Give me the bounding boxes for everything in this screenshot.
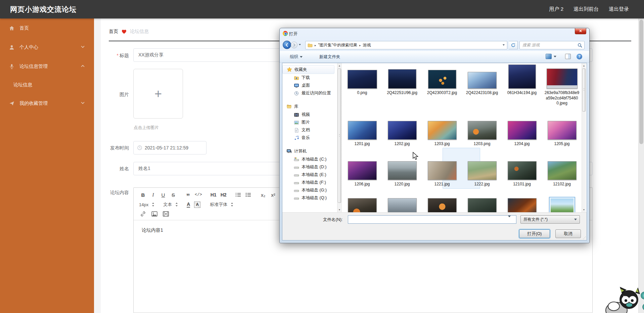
nav-item-disk-d[interactable]: 本地磁盘 (D:): [282, 163, 337, 171]
new-folder-button[interactable]: 新建文件夹: [319, 51, 340, 63]
font-family-select[interactable]: 标准字体: [210, 202, 233, 208]
nav-item-documents[interactable]: 文档: [282, 126, 337, 134]
file-item-12101.jpg[interactable]: 12101.jpg: [503, 159, 541, 187]
heading-2-button[interactable]: H2: [220, 191, 228, 199]
underline-button[interactable]: U: [159, 191, 167, 199]
subscript-button[interactable]: x₂: [259, 191, 267, 199]
filename-dropdown-icon[interactable]: [508, 216, 511, 217]
file-item-1202.jpg[interactable]: 1202.jpg: [383, 119, 421, 147]
italic-button[interactable]: I: [149, 191, 157, 199]
nav-item-recent-places[interactable]: 最近访问的位置: [282, 89, 337, 97]
file-item[interactable]: [343, 196, 381, 212]
topbar-logout[interactable]: 退出登录: [609, 6, 629, 12]
nav-scrollbar[interactable]: ▲ ▼: [337, 63, 341, 212]
sidebar-item-home[interactable]: 首页: [0, 18, 94, 38]
nav-item-disk-c[interactable]: 本地磁盘 (C:): [282, 155, 337, 163]
address-dropdown-icon[interactable]: [503, 44, 505, 46]
file-item-1206.jpg[interactable]: 1206.jpg: [343, 159, 381, 187]
ordered-list-button[interactable]: [234, 191, 242, 199]
nav-item-music[interactable]: 音乐: [282, 134, 337, 142]
strikethrough-button[interactable]: S: [169, 191, 177, 199]
file-item-2Q423003T2.jpg[interactable]: 2Q423003T2.jpg: [423, 64, 461, 106]
scroll-down-icon[interactable]: ▼: [582, 207, 586, 212]
sidebar-item-forum-info-management[interactable]: 论坛信息管理: [0, 57, 94, 76]
file-item[interactable]: [543, 196, 581, 212]
file-item-2Q422423108.jpg[interactable]: 2Q422423108.jpg: [463, 64, 501, 106]
background-color-button[interactable]: A: [194, 202, 200, 208]
file-item[interactable]: [423, 196, 461, 212]
close-button[interactable]: ✕: [575, 28, 586, 34]
publish-time-input[interactable]: 2021-05-17 21:12:59: [133, 141, 206, 154]
file-item-061H34c194.jpg[interactable]: 061H34c194.jpg: [503, 64, 541, 106]
address-crumb-games[interactable]: 游戏: [363, 42, 371, 48]
font-color-button[interactable]: A: [187, 202, 190, 208]
insert-link-button[interactable]: [139, 210, 147, 218]
cancel-button[interactable]: 取消: [555, 229, 581, 238]
files-scrollbar-thumb[interactable]: [582, 69, 586, 111]
file-item-1221.jpg[interactable]: 1221.jpg: [423, 159, 461, 187]
file-item-1203.jpg[interactable]: 1203.jpg: [423, 119, 461, 147]
file-item-1205.jpg[interactable]: 1205.jpg: [543, 119, 581, 147]
nav-item-favorites[interactable]: 收藏夹: [282, 65, 334, 74]
files-scrollbar[interactable]: ▲ ▼: [582, 63, 586, 212]
nav-item-videos[interactable]: 视频: [282, 111, 337, 119]
nav-item-pictures[interactable]: 图片: [282, 119, 337, 126]
filename-input[interactable]: [348, 215, 516, 224]
page-scrollbar-thumb[interactable]: [639, 20, 643, 144]
nav-item-libraries[interactable]: 库: [282, 102, 337, 111]
sidebar-item-personal-center[interactable]: 个人中心: [0, 38, 94, 57]
views-dropdown-icon[interactable]: [554, 56, 556, 57]
refresh-button[interactable]: [509, 41, 518, 49]
file-item[interactable]: [503, 196, 541, 212]
insert-video-button[interactable]: [162, 210, 170, 218]
image-upload-box[interactable]: +: [133, 69, 183, 119]
bold-button[interactable]: B: [139, 191, 147, 199]
sidebar-subitem-forum-info[interactable]: 论坛信息: [0, 76, 94, 94]
file-item-1203.png[interactable]: 1203.png: [463, 119, 501, 147]
address-crumb-search-results[interactable]: "图片集"中的搜索结果: [318, 42, 358, 48]
search-input[interactable]: 搜索 游戏: [519, 41, 585, 49]
scroll-up-icon[interactable]: ▲: [337, 63, 341, 68]
insert-image-button[interactable]: [150, 210, 158, 218]
scroll-down-icon[interactable]: ▼: [337, 207, 341, 212]
nav-item-disk-g[interactable]: 本地磁盘 (G:): [282, 186, 337, 194]
superscript-button[interactable]: x²: [269, 191, 277, 199]
blockquote-button[interactable]: ”: [184, 191, 192, 199]
search-icon[interactable]: [578, 43, 582, 48]
file-item-12102.jpg[interactable]: 12102.jpg: [543, 159, 581, 187]
views-button[interactable]: [546, 54, 552, 59]
nav-scrollbar-thumb[interactable]: [338, 69, 341, 203]
page-scrollbar[interactable]: [638, 18, 644, 313]
preview-pane-button[interactable]: [565, 54, 571, 59]
editor-content[interactable]: 论坛内容1: [142, 227, 163, 233]
dialog-titlebar[interactable]: 打开 ✕: [280, 28, 589, 40]
unordered-list-button[interactable]: [244, 191, 252, 199]
file-item-1220.jpg[interactable]: 1220.jpg: [383, 159, 421, 187]
font-size-select[interactable]: 14px: [139, 202, 154, 207]
file-item-263e9a708fb348e9a59e2cd4bf754600.jpeg[interactable]: 263e9a708fb348e9a59e2cd4bf754600.jpeg: [543, 64, 581, 106]
filetype-select[interactable]: 所有文件 (*.*): [520, 215, 580, 224]
file-item-0.png[interactable]: 0.png: [343, 64, 381, 106]
resize-grip[interactable]: ⋰: [583, 236, 586, 239]
topbar-exit-front[interactable]: 退出到前台: [573, 6, 599, 12]
heading-1-button[interactable]: H1: [210, 191, 218, 199]
file-item-1201.jpg[interactable]: 1201.jpg: [343, 119, 381, 147]
organize-menu[interactable]: 组织: [290, 51, 303, 63]
code-view-button[interactable]: </>: [194, 191, 203, 199]
nav-item-disk-q[interactable]: 本地磁盘 (Q:): [282, 194, 337, 202]
file-item[interactable]: [463, 196, 501, 212]
open-button[interactable]: 打开(O): [519, 229, 550, 238]
sidebar-item-my-favorites[interactable]: 我的收藏管理: [0, 94, 94, 113]
topbar-user[interactable]: 用户 2: [549, 6, 563, 12]
forward-button[interactable]: [291, 42, 297, 48]
file-item-2Q42251U96.jpg[interactable]: 2Q42251U96.jpg: [383, 64, 421, 106]
file-item[interactable]: [383, 196, 421, 212]
file-item-1204.jpg[interactable]: 1204.jpg: [503, 119, 541, 147]
breadcrumb-home[interactable]: 首页: [109, 29, 118, 35]
nav-item-disk-e[interactable]: 本地磁盘 (E:): [282, 171, 337, 179]
history-dropdown-icon[interactable]: [299, 44, 301, 45]
address-breadcrumb[interactable]: ▸ "图片集"中的搜索结果 ▸ 游戏: [305, 41, 507, 49]
nav-item-disk-f[interactable]: 本地磁盘 (F:): [282, 179, 337, 186]
text-format-select[interactable]: 文本: [163, 202, 178, 208]
nav-item-desktop[interactable]: 桌面: [282, 82, 337, 89]
